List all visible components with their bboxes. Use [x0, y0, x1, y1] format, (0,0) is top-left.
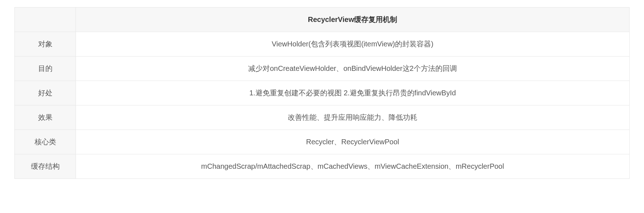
table-row: 对象 ViewHolder(包含列表项视图(itemView)的封装容器) [15, 32, 630, 56]
table-header-row: RecyclerView缓存复用机制 [15, 8, 630, 32]
header-title: RecyclerView缓存复用机制 [76, 8, 630, 32]
table-row: 好处 1.避免重复创建不必要的视图 2.避免重复执行昂贵的findViewByI… [15, 81, 630, 105]
table-row: 核心类 Recycler、RecyclerViewPool [15, 130, 630, 154]
recyclerview-cache-table: RecyclerView缓存复用机制 对象 ViewHolder(包含列表项视图… [14, 7, 630, 179]
table-row: 目的 减少对onCreateViewHolder、onBindViewHolde… [15, 56, 630, 81]
row-value: Recycler、RecyclerViewPool [76, 130, 630, 154]
row-value: 减少对onCreateViewHolder、onBindViewHolder这2… [76, 56, 630, 81]
table-row: 效果 改善性能、提升应用响应能力、降低功耗 [15, 105, 630, 130]
row-label: 对象 [15, 32, 76, 56]
header-empty [15, 8, 76, 32]
row-value: ViewHolder(包含列表项视图(itemView)的封装容器) [76, 32, 630, 56]
row-label: 缓存结构 [15, 154, 76, 179]
table-row: 缓存结构 mChangedScrap/mAttachedScrap、mCache… [15, 154, 630, 179]
row-label: 核心类 [15, 130, 76, 154]
row-value: 改善性能、提升应用响应能力、降低功耗 [76, 105, 630, 130]
row-value: 1.避免重复创建不必要的视图 2.避免重复执行昂贵的findViewById [76, 81, 630, 105]
row-label: 效果 [15, 105, 76, 130]
row-value: mChangedScrap/mAttachedScrap、mCachedView… [76, 154, 630, 179]
row-label: 目的 [15, 56, 76, 81]
row-label: 好处 [15, 81, 76, 105]
